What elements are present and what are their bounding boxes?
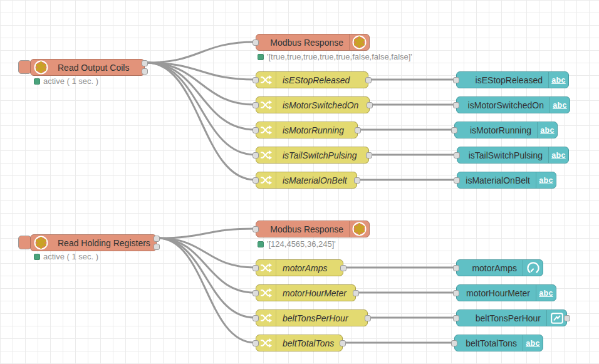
ui-text-node-isMotorSwitchedOn[interactable]: isMotorSwitchedOn abc [456,96,570,113]
ui-text-node-beltTotalTons[interactable]: beltTotalTons abc [454,335,543,351]
status-dot-icon [258,241,264,247]
node-trigger-button[interactable] [18,236,31,249]
ui-text-node-isEStopReleased[interactable]: isEStopReleased abc [456,71,569,88]
wire[interactable] [147,42,255,63]
wire[interactable] [147,63,255,180]
switch-icon [256,97,276,113]
switch-icon [256,122,276,138]
node-label: beltTonsPerHour [457,313,546,323]
input-port[interactable] [454,152,460,159]
input-port[interactable] [253,127,259,133]
output-port[interactable] [353,290,359,296]
node-label: beltTotalTons [276,338,342,348]
node-label: Modbus Response [256,224,349,234]
input-port[interactable] [453,315,459,321]
input-port[interactable] [253,226,259,232]
status-text: '[124,4565,36,245]' [267,239,336,249]
output-port-2[interactable] [142,68,148,75]
ui-text-node-isTailSwitchPulsing[interactable]: isTailSwitchPulsing abc [457,147,569,164]
input-port[interactable] [453,265,459,271]
input-port[interactable] [454,177,460,184]
text-widget-icon: abc [548,147,568,163]
status-text: active ( 1 sec. ) [43,252,98,261]
status-dot-icon [34,78,40,85]
switch-node-beltTonsPerHour[interactable]: beltTonsPerHour [256,309,368,326]
output-port[interactable] [355,127,361,133]
status-dot-icon [34,254,40,260]
switch-icon [256,72,276,88]
wire[interactable] [157,229,255,238]
modbus-read-node-holding-registers[interactable]: Read Holding Registers [30,234,157,251]
node-label: Modbus Response [256,38,349,48]
node-label: isMotorRunning [455,125,537,135]
input-port[interactable] [253,152,259,159]
output-port[interactable] [564,315,570,321]
input-port[interactable] [253,39,259,46]
input-port[interactable] [253,177,259,184]
text-widget-icon: abc [550,97,570,113]
input-port[interactable] [253,77,259,83]
modbus-flower-icon [349,34,369,50]
switch-node-motorHourMeter[interactable]: motorHourMeter [256,284,356,301]
node-label: isTailSwitchPulsing [276,150,368,160]
node-label: beltTotalTons [455,338,523,348]
switch-icon [256,172,276,188]
ui-chart-node-beltTonsPerHour[interactable]: beltTonsPerHour [456,309,567,326]
wire[interactable] [147,63,255,155]
switch-node-isTailSwitchPulsing[interactable]: isTailSwitchPulsing [256,147,369,164]
output-port[interactable] [365,315,371,321]
input-port[interactable] [453,77,459,83]
wire[interactable] [157,238,255,318]
ui-gauge-node-motorAmps[interactable]: motorAmps [456,259,543,276]
input-port[interactable] [253,265,259,271]
wire[interactable] [147,63,255,105]
node-label: isMaterialOnBelt [457,175,536,185]
gauge-icon [523,260,543,276]
switch-icon [256,335,276,351]
input-port[interactable] [453,102,459,108]
modbus-flower-icon [349,221,369,237]
input-port[interactable] [253,340,259,346]
output-port[interactable] [367,102,373,108]
output-port[interactable] [340,265,346,271]
output-port[interactable] [366,152,372,159]
switch-node-isMaterialOnBelt[interactable]: isMaterialOnBelt [256,172,357,189]
text-widget-icon: abc [536,172,556,188]
output-port[interactable] [340,340,346,346]
node-label: motorAmps [276,263,343,273]
node-label: beltTonsPerHour [276,313,367,323]
input-port[interactable] [253,102,259,108]
modbus-read-node-output-coils[interactable]: Read Output Coils [30,59,145,76]
modbus-response-node[interactable]: Modbus Response [256,221,370,237]
output-port-1[interactable] [154,236,160,242]
input-port[interactable] [451,127,457,133]
input-port[interactable] [253,315,259,321]
input-port[interactable] [451,340,457,346]
node-label: isEStopReleased [276,75,368,85]
ui-text-node-isMaterialOnBelt[interactable]: isMaterialOnBelt abc [457,172,556,189]
wire[interactable] [157,238,255,293]
switch-node-isMotorRunning[interactable]: isMotorRunning [256,122,358,138]
input-port[interactable] [253,290,259,296]
switch-node-isEStopReleased[interactable]: isEStopReleased [256,71,368,88]
node-label: isMotorSwitchedOn [457,100,550,110]
ui-text-node-isMotorRunning[interactable]: isMotorRunning abc [454,122,558,138]
node-trigger-button[interactable] [18,60,31,74]
switch-node-isMotorSwitchedOn[interactable]: isMotorSwitchedOn [256,96,370,113]
output-port-2[interactable] [154,244,160,250]
modbus-response-node[interactable]: Modbus Response [256,34,370,51]
output-port[interactable] [354,177,360,184]
node-label: Read Holding Registers [51,238,156,248]
output-port-1[interactable] [142,60,148,66]
input-port[interactable] [453,290,459,296]
output-port[interactable] [365,77,372,83]
ui-text-node-motorHourMeter[interactable]: motorHourMeter abc [456,284,556,301]
text-widget-icon: abc [548,72,568,88]
switch-node-beltTotalTons[interactable]: beltTotalTons [256,335,343,351]
node-status: active ( 1 sec. ) [34,76,98,86]
switch-icon [256,147,276,163]
switch-icon [256,260,276,276]
flow-canvas[interactable]: Read Output Coils active ( 1 sec. ) Modb… [0,0,599,364]
switch-node-motorAmps[interactable]: motorAmps [256,259,343,276]
switch-icon [256,310,276,326]
